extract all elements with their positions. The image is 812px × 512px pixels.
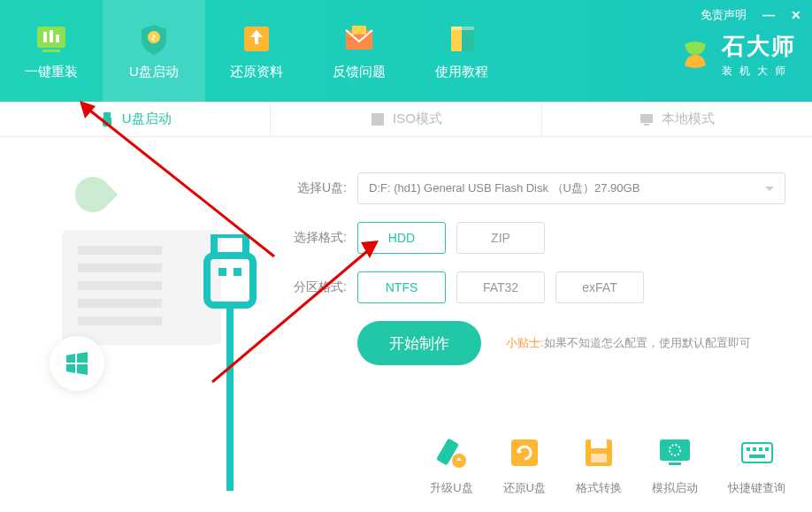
svg-rect-36 xyxy=(749,455,765,458)
svg-rect-4 xyxy=(42,50,60,52)
keyboard-icon xyxy=(739,434,776,471)
tool-label: 快捷键查询 xyxy=(728,480,785,496)
svg-rect-31 xyxy=(742,443,772,462)
svg-rect-9 xyxy=(451,27,463,51)
nav-label: 一键重装 xyxy=(25,64,78,80)
nav-usb-boot[interactable]: U盘启动 xyxy=(103,0,205,102)
tool-format-convert[interactable]: 格式转换 xyxy=(576,434,622,496)
format-opt-zip[interactable]: ZIP xyxy=(456,222,545,254)
svg-rect-12 xyxy=(103,112,111,117)
partition-opt-fat32[interactable]: FAT32 xyxy=(456,271,545,303)
usb-cable-icon xyxy=(203,234,265,491)
partition-opt-ntfs[interactable]: NTFS xyxy=(357,271,446,303)
tab-iso[interactable]: ISO模式 xyxy=(271,102,541,136)
restore-icon xyxy=(506,434,543,471)
left-illustration xyxy=(0,137,274,512)
monitor-decoration-icon xyxy=(62,230,221,345)
svg-rect-18 xyxy=(207,256,253,305)
iso-icon xyxy=(370,111,386,127)
svg-rect-11 xyxy=(451,27,474,30)
svg-rect-30 xyxy=(669,462,681,465)
svg-rect-1 xyxy=(43,32,47,42)
tool-label: 格式转换 xyxy=(576,480,622,496)
book-icon xyxy=(444,21,479,57)
save-icon xyxy=(580,434,617,471)
monitor-boot-icon xyxy=(656,434,693,471)
svg-rect-35 xyxy=(765,447,769,451)
svg-rect-26 xyxy=(591,439,607,448)
nav-label: U盘启动 xyxy=(129,64,179,80)
disclaimer-link[interactable]: 免责声明 xyxy=(701,7,747,23)
tab-label: ISO模式 xyxy=(393,111,442,127)
usb-upgrade-icon xyxy=(433,434,470,471)
svg-rect-16 xyxy=(644,124,649,126)
shield-usb-icon xyxy=(136,21,172,57)
upload-icon xyxy=(239,21,274,57)
nav-restore[interactable]: 还原资料 xyxy=(205,0,308,102)
svg-rect-8 xyxy=(352,26,366,34)
brand-subtitle: 装机大师 xyxy=(722,64,796,79)
monitor-icon xyxy=(639,111,655,127)
brand-logo-icon xyxy=(678,37,713,73)
tool-restore-usb[interactable]: 还原U盘 xyxy=(503,434,546,496)
tool-upgrade-usb[interactable]: 升级U盘 xyxy=(430,434,472,496)
partition-label: 分区格式: xyxy=(283,279,347,295)
start-button[interactable]: 开始制作 xyxy=(357,321,481,365)
mail-icon xyxy=(341,21,377,57)
nav-feedback[interactable]: 反馈问题 xyxy=(308,0,410,102)
tool-label: 模拟启动 xyxy=(652,480,698,496)
svg-rect-15 xyxy=(640,114,653,123)
brand: 石大师 装机大师 xyxy=(678,31,796,79)
bar-chart-icon xyxy=(34,21,69,57)
svg-rect-28 xyxy=(660,439,690,461)
tab-local[interactable]: 本地模式 xyxy=(542,102,812,136)
close-button[interactable]: ✕ xyxy=(791,8,801,22)
tool-label: 还原U盘 xyxy=(503,480,546,496)
tool-simulate-boot[interactable]: 模拟启动 xyxy=(652,434,698,496)
usb-select[interactable]: D:F: (hd1) General USB Flash Disk （U盘）27… xyxy=(357,172,785,204)
format-opt-hdd[interactable]: HDD xyxy=(357,222,446,254)
svg-rect-14 xyxy=(372,113,384,126)
tab-label: U盘启动 xyxy=(122,111,172,127)
usb-icon xyxy=(99,111,115,127)
header: 免责声明 — ✕ 一键重装 U盘启动 还原资料 反馈问题 使用教程 石大师 装机… xyxy=(0,0,812,102)
svg-rect-34 xyxy=(759,447,762,451)
usb-select-value: D:F: (hd1) General USB Flash Disk （U盘）27… xyxy=(369,180,640,196)
nav-tutorial[interactable]: 使用教程 xyxy=(410,0,513,102)
svg-rect-13 xyxy=(103,117,111,126)
svg-rect-3 xyxy=(56,34,59,42)
nav-reinstall[interactable]: 一键重装 xyxy=(0,0,103,102)
svg-rect-24 xyxy=(511,439,538,466)
main: 选择U盘: D:F: (hd1) General USB Flash Disk … xyxy=(0,137,812,512)
nav-label: 还原资料 xyxy=(230,64,283,80)
nav-label: 使用教程 xyxy=(435,64,488,80)
tab-usb-boot[interactable]: U盘启动 xyxy=(0,102,271,136)
tip-text: 小贴士:如果不知道怎么配置，使用默认配置即可 xyxy=(506,335,751,351)
windows-icon xyxy=(63,349,91,378)
svg-rect-27 xyxy=(591,454,607,462)
leaf-decoration-icon xyxy=(68,170,119,220)
tool-hotkey-lookup[interactable]: 快捷键查询 xyxy=(728,434,785,496)
svg-rect-19 xyxy=(218,268,226,276)
svg-rect-10 xyxy=(462,27,474,51)
top-nav: 一键重装 U盘启动 还原资料 反馈问题 使用教程 xyxy=(0,0,513,102)
svg-rect-33 xyxy=(753,447,756,451)
tip-label: 小贴士: xyxy=(506,336,544,349)
svg-rect-2 xyxy=(50,30,53,42)
tip-body: 如果不知道怎么配置，使用默认配置即可 xyxy=(544,336,751,349)
windows-badge xyxy=(50,336,104,391)
bottom-toolbar: 升级U盘 还原U盘 格式转换 模拟启动 快捷键查询 xyxy=(430,434,785,496)
tab-label: 本地模式 xyxy=(662,111,715,127)
format-label: 选择格式: xyxy=(283,230,347,246)
brand-title: 石大师 xyxy=(722,31,796,62)
usb-select-label: 选择U盘: xyxy=(283,180,347,196)
svg-rect-20 xyxy=(234,268,241,276)
window-controls: 免责声明 — ✕ xyxy=(701,7,801,23)
nav-label: 反馈问题 xyxy=(333,64,386,80)
svg-rect-32 xyxy=(747,447,750,451)
mode-tabs: U盘启动 ISO模式 本地模式 xyxy=(0,102,812,137)
form-area: 选择U盘: D:F: (hd1) General USB Flash Disk … xyxy=(274,137,812,512)
tool-label: 升级U盘 xyxy=(430,480,472,496)
minimize-button[interactable]: — xyxy=(762,8,775,22)
partition-opt-exfat[interactable]: exFAT xyxy=(555,271,644,303)
